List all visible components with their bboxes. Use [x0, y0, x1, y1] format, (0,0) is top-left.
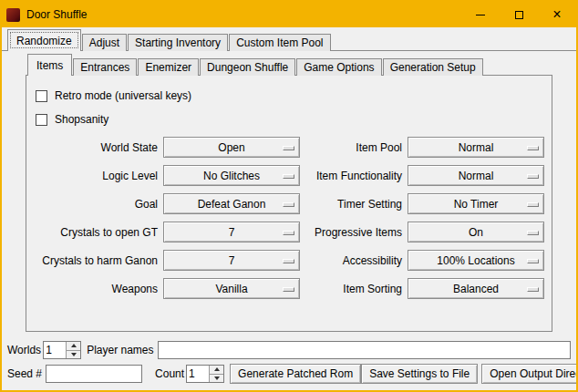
item-functionality-label: Item Functionality: [316, 170, 402, 182]
checkbox-icon: [36, 114, 47, 126]
dropdown-indicator-icon: [527, 146, 539, 150]
count-down-arrow[interactable]: [210, 375, 223, 383]
down-arrow-icon: [71, 353, 77, 356]
player-names-input[interactable]: [158, 341, 572, 359]
count-input[interactable]: [187, 366, 209, 382]
minimize-icon: [476, 15, 485, 15]
accessibility-dropdown[interactable]: 100% Locations: [408, 250, 544, 271]
maximize-icon: [515, 11, 523, 19]
weapons-label: Weapons: [112, 283, 158, 295]
dropdown-value: Balanced: [453, 283, 499, 295]
tab-adjust[interactable]: Adjust: [82, 34, 127, 51]
dropdown-indicator-icon: [283, 259, 294, 263]
dropdown-value: Defeat Ganon: [198, 198, 266, 211]
dropdown-value: Normal: [459, 141, 494, 154]
dropdown-indicator-icon: [283, 174, 294, 179]
shopsanity-checkbox[interactable]: Shopsanity: [36, 109, 544, 129]
count-stepper[interactable]: [186, 365, 224, 383]
down-arrow-icon: [214, 377, 220, 380]
dropdown-value: 7: [229, 226, 235, 239]
goal-label: Goal: [135, 198, 158, 211]
weapons-dropdown[interactable]: Vanilla: [163, 278, 300, 299]
worlds-row: Worlds Player names: [7, 340, 571, 360]
door-shuffle-window: Door Shuffle × Randomize Adjust Starting…: [0, 0, 578, 392]
worlds-up-arrow[interactable]: [67, 342, 80, 351]
up-arrow-icon: [71, 344, 77, 347]
worlds-input[interactable]: [44, 342, 66, 358]
dropdown-indicator-icon: [283, 146, 294, 150]
crystals-harm-ganon-label: Crystals to harm Ganon: [42, 254, 158, 267]
goal-dropdown[interactable]: Defeat Ganon: [163, 193, 300, 214]
world-state-dropdown[interactable]: Open: [163, 137, 300, 158]
seed-input[interactable]: [46, 365, 142, 383]
tab-enemizer[interactable]: Enemizer: [138, 58, 199, 76]
up-arrow-icon: [214, 367, 220, 371]
dropdown-indicator-icon: [527, 259, 539, 263]
worlds-stepper-arrows: [66, 342, 80, 358]
dropdown-value: No Timer: [454, 198, 499, 211]
count-stepper-arrows: [209, 366, 223, 382]
count-up-arrow[interactable]: [210, 366, 223, 375]
tab-dungeon-shuffle[interactable]: Dungeon Shuffle: [200, 58, 295, 76]
tab-items[interactable]: Items: [27, 54, 72, 76]
tab-entrances[interactable]: Entrances: [73, 58, 137, 76]
timer-setting-label: Timer Setting: [337, 198, 402, 211]
dropdown-indicator-icon: [527, 231, 539, 235]
worlds-stepper[interactable]: [43, 341, 81, 359]
randomize-tab-bar: Items Entrances Enemizer Dungeon Shuffle…: [26, 54, 552, 76]
app-icon: [6, 8, 20, 22]
dropdown-indicator-icon: [283, 287, 294, 292]
progressive-items-dropdown[interactable]: On: [408, 222, 544, 242]
maximize-button[interactable]: [500, 2, 538, 27]
crystals-harm-ganon-dropdown[interactable]: 7: [163, 250, 300, 271]
item-pool-label: Item Pool: [356, 141, 402, 154]
items-panel: Retro mode (universal keys) Shopsanity W…: [26, 76, 552, 332]
item-functionality-dropdown[interactable]: Normal: [408, 165, 544, 186]
generate-patched-rom-button[interactable]: Generate Patched Rom: [230, 364, 361, 384]
timer-setting-dropdown[interactable]: No Timer: [408, 193, 544, 214]
open-output-directory-button[interactable]: Open Output Directory: [481, 364, 578, 384]
retro-mode-label: Retro mode (universal keys): [55, 89, 191, 102]
seed-row: Seed # Count Generate Patched Rom Save S…: [7, 364, 571, 384]
tab-generation-setup[interactable]: Generation Setup: [383, 58, 483, 76]
dropdown-value: Open: [218, 141, 244, 154]
dropdown-value: No Glitches: [203, 170, 260, 182]
world-state-label: World State: [101, 141, 158, 154]
tab-starting-inventory[interactable]: Starting Inventory: [128, 34, 228, 51]
save-settings-button[interactable]: Save Settings to File: [361, 364, 478, 384]
window-title: Door Shuffle: [26, 8, 88, 21]
tab-game-options[interactable]: Game Options: [296, 58, 381, 76]
close-icon: ×: [552, 7, 561, 22]
dropdown-indicator-icon: [527, 202, 539, 207]
close-button[interactable]: ×: [538, 2, 576, 27]
checkbox-icon: [36, 90, 47, 102]
dropdown-value: On: [469, 226, 483, 239]
logic-level-label: Logic Level: [102, 170, 158, 182]
dropdown-indicator-icon: [283, 231, 294, 235]
progressive-items-label: Progressive Items: [315, 226, 402, 239]
tab-randomize[interactable]: Randomize: [7, 29, 81, 51]
crystals-open-gt-label: Crystals to open GT: [60, 226, 158, 239]
retro-mode-checkbox[interactable]: Retro mode (universal keys): [36, 86, 544, 106]
item-pool-dropdown[interactable]: Normal: [408, 137, 544, 158]
worlds-down-arrow[interactable]: [67, 351, 80, 359]
seed-label: Seed #: [7, 367, 42, 380]
player-names-label: Player names: [87, 344, 153, 356]
count-label: Count: [155, 367, 184, 380]
dropdown-indicator-icon: [283, 202, 294, 207]
tab-custom-item-pool[interactable]: Custom Item Pool: [229, 34, 330, 51]
minimize-button[interactable]: [461, 2, 500, 27]
dropdown-indicator-icon: [527, 287, 539, 292]
item-sorting-dropdown[interactable]: Balanced: [408, 278, 544, 299]
settings-grid: World State Open Item Pool Normal Logic …: [34, 133, 544, 303]
main-tab-bar: Randomize Adjust Starting Inventory Cust…: [2, 29, 576, 51]
titlebar: Door Shuffle ×: [2, 2, 576, 27]
dropdown-indicator-icon: [527, 174, 539, 179]
dropdown-value: Normal: [459, 170, 494, 182]
dropdown-value: 7: [229, 254, 235, 267]
dropdown-value: Vanilla: [215, 283, 247, 295]
crystals-open-gt-dropdown[interactable]: 7: [163, 222, 300, 242]
item-sorting-label: Item Sorting: [343, 283, 402, 295]
dropdown-value: 100% Locations: [437, 254, 514, 267]
logic-level-dropdown[interactable]: No Glitches: [163, 165, 300, 186]
